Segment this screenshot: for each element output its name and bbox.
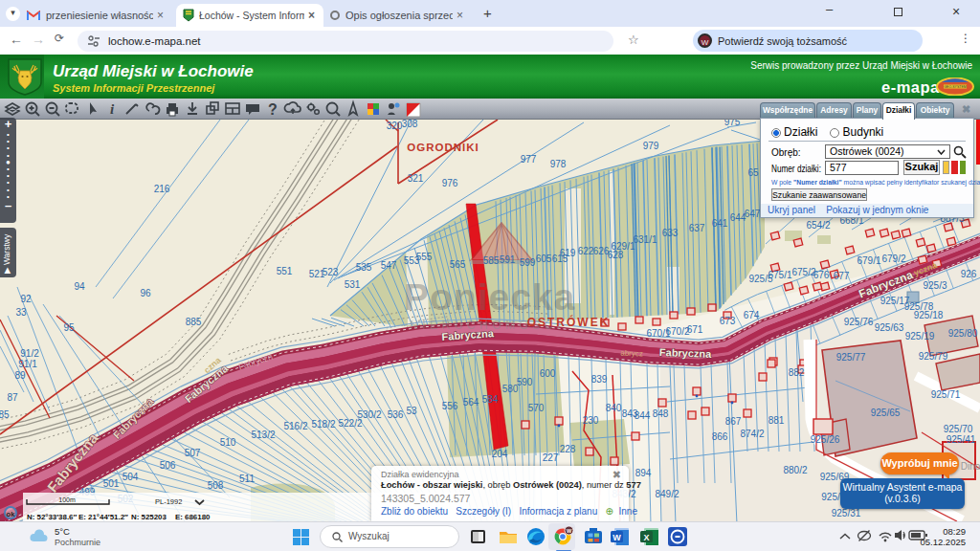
svg-text:96: 96 [140, 288, 151, 298]
svg-text:925/41: 925/41 [947, 434, 976, 445]
svg-text:OGRODNIKI: OGRODNIKI [407, 142, 479, 153]
svg-text:637: 637 [689, 223, 705, 233]
svg-text:GEO-SYSTEM: GEO-SYSTEM [944, 85, 966, 89]
svg-text:Poniecka: Poniecka [404, 276, 575, 318]
svg-text:844: 844 [635, 410, 651, 421]
svg-text:513/2: 513/2 [251, 430, 275, 440]
svg-text:839: 839 [591, 374, 608, 385]
svg-text:605: 605 [536, 253, 552, 264]
svg-text:547: 547 [381, 260, 397, 271]
svg-text:91/2: 91/2 [20, 348, 39, 359]
svg-text:92: 92 [20, 294, 32, 304]
svg-text:228: 228 [560, 444, 576, 454]
svg-text:PL-1992: PL-1992 [155, 497, 182, 506]
svg-text:564: 564 [463, 397, 479, 408]
svg-text:65: 65 [747, 167, 759, 178]
svg-text:633: 633 [662, 228, 679, 238]
svg-text:979: 979 [643, 141, 659, 151]
svg-text:531: 531 [345, 279, 361, 290]
svg-text:631/1: 631/1 [633, 234, 657, 245]
svg-text:925/80: 925/80 [948, 328, 978, 339]
svg-text:523: 523 [323, 267, 339, 277]
svg-text:551: 551 [277, 266, 293, 276]
svg-text:925/3: 925/3 [923, 280, 947, 291]
svg-text:925/18: 925/18 [914, 310, 944, 320]
svg-text:204: 204 [492, 449, 508, 459]
svg-text:506: 506 [160, 460, 176, 471]
svg-text:882: 882 [789, 367, 805, 378]
svg-text:X: X [643, 533, 649, 542]
svg-text:885: 885 [186, 317, 202, 327]
svg-text:654/2: 654/2 [806, 220, 830, 231]
svg-text:647: 647 [745, 209, 761, 219]
svg-text:87: 87 [7, 392, 18, 403]
svg-text:629/1: 629/1 [611, 241, 635, 252]
svg-text:33: 33 [15, 307, 27, 318]
svg-text:555: 555 [416, 252, 433, 262]
svg-text:Fabryczna: Fabryczna [659, 346, 713, 360]
svg-text:565: 565 [450, 259, 466, 270]
svg-text:OSTRÓWEK: OSTRÓWEK [527, 315, 611, 329]
svg-text:674: 674 [744, 310, 760, 320]
svg-text:925/26: 925/26 [811, 434, 840, 445]
svg-text:216: 216 [154, 184, 170, 194]
svg-text:925/63: 925/63 [875, 322, 904, 333]
svg-text:321: 321 [408, 173, 424, 184]
svg-text:584: 584 [482, 394, 499, 405]
svg-text:100m: 100m [58, 496, 76, 503]
svg-text:679/2: 679/2 [881, 253, 905, 264]
svg-text:91/1: 91/1 [18, 359, 37, 369]
svg-text:591: 591 [500, 254, 516, 265]
svg-text:676: 676 [813, 270, 830, 280]
svg-text:53: 53 [406, 406, 417, 416]
svg-text:673: 673 [720, 316, 736, 326]
svg-text:590: 590 [517, 377, 533, 387]
svg-text:536: 536 [388, 409, 404, 420]
svg-text:867: 867 [725, 416, 742, 427]
svg-text:978: 978 [550, 159, 567, 169]
svg-text:510: 510 [220, 437, 236, 448]
svg-text:925/71: 925/71 [931, 389, 961, 400]
svg-text:925/79: 925/79 [919, 351, 948, 362]
svg-text:925/31: 925/31 [832, 508, 861, 518]
svg-text:926: 926 [961, 269, 977, 279]
svg-text:530/2: 530/2 [357, 409, 381, 420]
svg-text:95: 95 [63, 322, 75, 333]
svg-text:85: 85 [0, 409, 10, 420]
svg-text:925/65: 925/65 [871, 408, 901, 418]
svg-text:518/2: 518/2 [311, 419, 335, 430]
svg-text:?: ? [268, 101, 278, 118]
svg-text:925/77: 925/77 [836, 352, 866, 363]
svg-text:Dino: Dino [961, 461, 980, 472]
svg-text:641: 641 [712, 218, 728, 229]
svg-text:508: 508 [208, 480, 224, 491]
svg-text:507: 507 [185, 448, 201, 458]
svg-text:N: 52°33′38.6″E: 21°44′51.2″N:: N: 52°33′38.6″E: 21°44′51.2″N: 525203E: … [27, 513, 211, 521]
svg-text:840: 840 [606, 403, 622, 413]
svg-text:580: 580 [502, 384, 519, 394]
svg-text:925/70: 925/70 [944, 424, 973, 434]
svg-text:925/: 925/ [821, 492, 840, 502]
svg-text:874/2: 874/2 [740, 429, 764, 439]
svg-text:585: 585 [483, 255, 500, 266]
svg-text:849/2: 849/2 [655, 489, 679, 499]
svg-text:i: i [110, 101, 115, 117]
svg-text:881: 881 [768, 415, 785, 426]
svg-text:619: 619 [560, 248, 576, 258]
svg-text:230: 230 [583, 415, 599, 426]
svg-text:308: 308 [402, 120, 418, 129]
svg-text:599: 599 [520, 257, 536, 268]
svg-text:89: 89 [14, 370, 26, 381]
svg-text:925/19: 925/19 [905, 331, 935, 342]
svg-text:abrycz: abrycz [620, 349, 643, 359]
svg-text:570: 570 [528, 403, 545, 413]
svg-text:976: 976 [442, 178, 458, 188]
svg-text:516/2: 516/2 [283, 421, 307, 431]
svg-text:556: 556 [442, 401, 458, 411]
svg-text:677: 677 [834, 271, 850, 281]
svg-text:977: 977 [521, 154, 537, 165]
svg-text:501: 501 [103, 478, 120, 489]
svg-text:511: 511 [239, 474, 255, 484]
svg-text:925/76: 925/76 [844, 317, 874, 327]
svg-text:880/2: 880/2 [783, 465, 807, 475]
